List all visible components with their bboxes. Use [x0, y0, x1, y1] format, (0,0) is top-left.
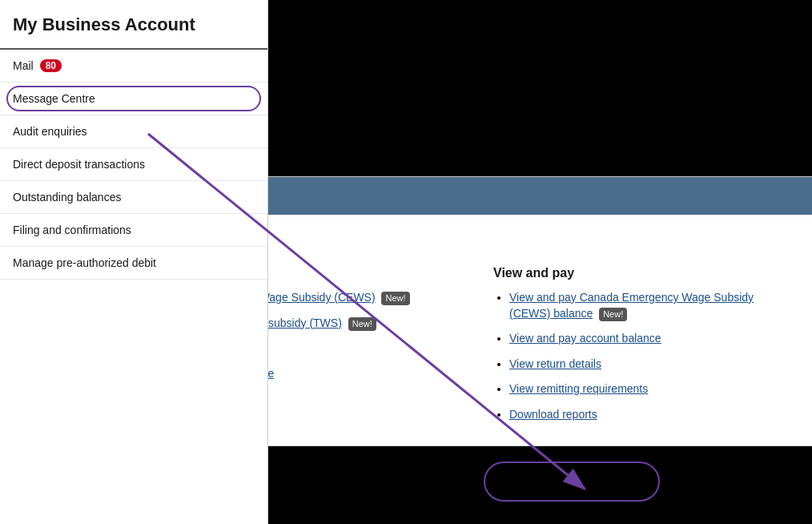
sidebar-item-label: Mail [13, 59, 34, 72]
sidebar-item-filing-confirmations[interactable]: Filing and confirmations [0, 214, 267, 247]
sidebar-item-label: Filing and confirmations [13, 224, 131, 236]
view-cews-balance-link[interactable]: View and pay Canada Emergency Wage Subsi… [509, 291, 754, 320]
view-list: View and pay Canada Emergency Wage Subsi… [493, 290, 796, 423]
sidebar-item-audit-enquiries[interactable]: Audit enquiries [0, 115, 267, 148]
new-badge: New! [599, 308, 627, 321]
sidebar-title: My Business Account [0, 0, 267, 50]
sidebar-item-direct-deposit[interactable]: Direct deposit transactions [0, 148, 267, 181]
sidebar-item-label: Audit enquiries [13, 125, 87, 138]
sidebar-item-outstanding-balances[interactable]: Outstanding balances [0, 181, 267, 214]
new-badge: New! [381, 292, 409, 305]
list-item: View return details [509, 357, 796, 373]
list-item: View and pay account balance [509, 331, 796, 347]
sidebar-item-message-centre[interactable]: Message Centre [0, 83, 267, 115]
sidebar-item-mail[interactable]: Mail 80 [0, 50, 267, 83]
col-view: View and pay View and pay Canada Emergen… [477, 266, 796, 433]
list-item: View remitting requirements [509, 381, 796, 397]
sidebar: My Business Account Mail 80 Message Cent… [0, 0, 268, 524]
sidebar-item-label: Message Centre [13, 92, 95, 105]
new-badge: New! [348, 317, 376, 331]
list-item: Download reports [509, 407, 796, 423]
sidebar-item-label: Manage pre-authorized debit [13, 256, 156, 269]
sidebar-item-label: Outstanding balances [13, 191, 121, 204]
sidebar-item-label: Direct deposit transactions [13, 158, 145, 171]
download-reports-link[interactable]: Download reports [509, 408, 597, 421]
view-section-header: View and pay [493, 266, 796, 280]
view-account-balance-link[interactable]: View and pay account balance [509, 332, 661, 345]
list-item: View and pay Canada Emergency Wage Subsi… [509, 290, 796, 321]
view-return-details-link[interactable]: View return details [509, 357, 601, 370]
sidebar-item-manage-debit[interactable]: Manage pre-authorized debit [0, 247, 267, 280]
mail-badge: 80 [40, 59, 62, 72]
download-reports-circle [484, 462, 660, 502]
view-remitting-link[interactable]: View remitting requirements [509, 382, 648, 395]
